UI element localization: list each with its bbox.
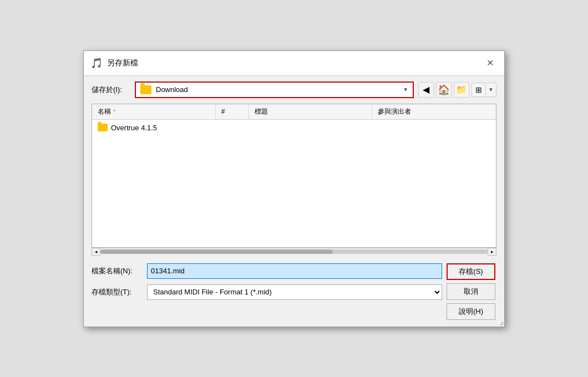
cancel-button[interactable]: 取消 xyxy=(447,283,495,300)
header-artist[interactable]: 參與演出者 xyxy=(372,104,496,119)
filetype-wrapper: Standard MIDI File - Format 0 (*.mid) St… xyxy=(147,284,442,300)
file-list-area: 名稱 ^ # 標題 參與演出者 Overtrue 4.1.5 xyxy=(92,104,496,248)
file-list-body: Overtrue 4.1.5 xyxy=(92,120,496,247)
dropdown-arrow-icon: ▼ xyxy=(403,86,408,93)
sort-arrow-icon: ^ xyxy=(113,109,115,114)
help-button[interactable]: 說明(H) xyxy=(447,303,495,320)
form-fields: 檔案名稱(N): 存檔類型(T): Standard MIDI File - F… xyxy=(92,263,442,300)
scroll-right-button[interactable]: ▸ xyxy=(488,248,496,256)
save-button[interactable]: 存檔(S) xyxy=(447,263,495,280)
up-button[interactable]: 🏠 xyxy=(436,82,452,98)
view-dropdown-arrow-icon: ▼ xyxy=(486,84,496,95)
header-number[interactable]: # xyxy=(216,104,249,119)
horizontal-scrollbar[interactable]: ◂ ▸ xyxy=(92,248,496,256)
filename-input[interactable] xyxy=(147,263,442,279)
header-name[interactable]: 名稱 ^ xyxy=(92,104,216,119)
scrollbar-thumb xyxy=(100,249,333,254)
app-icon: 🎵 xyxy=(90,57,103,69)
close-button[interactable]: ✕ xyxy=(482,55,498,71)
view-split-button[interactable]: ⊞ ▼ xyxy=(472,83,496,97)
back-button[interactable]: ◀ xyxy=(418,82,434,98)
file-artist-cell xyxy=(372,122,496,134)
new-folder-button[interactable]: 📁 xyxy=(454,82,469,98)
bottom-area: 檔案名稱(N): 存檔類型(T): Standard MIDI File - F… xyxy=(84,256,504,327)
table-row[interactable]: Overtrue 4.1.5 xyxy=(92,120,496,136)
scrollbar-track[interactable] xyxy=(100,249,488,254)
resize-handle[interactable]: ⊿ xyxy=(499,320,504,326)
location-dropdown[interactable]: Download ▼ xyxy=(135,81,414,98)
file-num-cell xyxy=(216,122,249,134)
folder-item-icon xyxy=(98,124,108,131)
filetype-row: 存檔類型(T): Standard MIDI File - Format 0 (… xyxy=(92,284,442,300)
filename-label: 檔案名稱(N): xyxy=(92,266,141,276)
title-bar: 🎵 另存新檔 ✕ xyxy=(84,51,504,76)
file-list-header: 名稱 ^ # 標題 參與演出者 xyxy=(92,104,496,120)
filetype-label: 存檔類型(T): xyxy=(92,287,141,297)
header-title[interactable]: 標題 xyxy=(249,104,373,119)
bottom-right: 檔案名稱(N): 存檔類型(T): Standard MIDI File - F… xyxy=(92,263,496,320)
dialog-title: 另存新檔 xyxy=(107,58,482,68)
file-name-cell: Overtrue 4.1.5 xyxy=(92,122,216,134)
save-dialog: 🎵 另存新檔 ✕ 儲存於(I): Download ▼ ◀ 🏠 📁 ⊞ ▼ xyxy=(83,50,505,327)
location-text: Download xyxy=(156,85,398,94)
scroll-left-button[interactable]: ◂ xyxy=(92,248,100,256)
toolbar-buttons: ◀ 🏠 📁 ⊞ ▼ xyxy=(418,82,496,98)
view-icon: ⊞ xyxy=(472,83,486,96)
file-title-cell xyxy=(249,122,373,134)
action-column: 存檔(S) 取消 說明(H) xyxy=(447,263,496,320)
toolbar-row: 儲存於(I): Download ▼ ◀ 🏠 📁 ⊞ ▼ xyxy=(84,76,504,104)
save-in-label: 儲存於(I): xyxy=(92,85,130,95)
filetype-select[interactable]: Standard MIDI File - Format 0 (*.mid) St… xyxy=(147,284,442,300)
folder-icon xyxy=(140,85,151,94)
filename-row: 檔案名稱(N): xyxy=(92,263,442,279)
